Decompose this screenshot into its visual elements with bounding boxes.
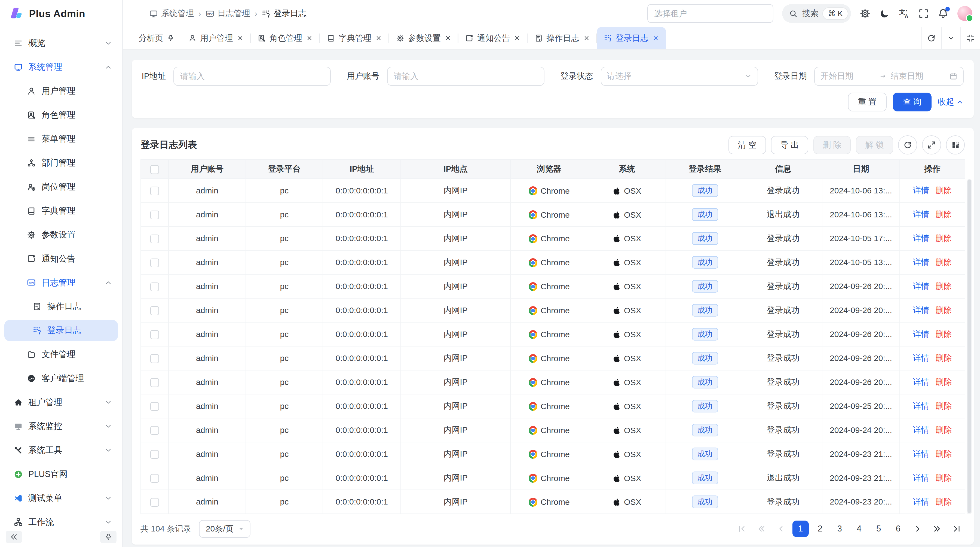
sidebar-item-dict[interactable]: 字典管理 — [4, 201, 118, 221]
sidebar-item-notice[interactable]: 通知公告 — [4, 248, 118, 269]
select-all-checkbox[interactable] — [150, 165, 159, 174]
sidebar-item-tools[interactable]: 系统工具 — [4, 440, 118, 461]
page-last-button[interactable] — [948, 521, 965, 537]
page-number-3[interactable]: 3 — [831, 521, 848, 537]
toolbar-button-0[interactable]: 清 空 — [729, 136, 766, 154]
breadcrumb-item[interactable]: DEV日志管理 — [205, 8, 250, 19]
tab-close-icon[interactable] — [445, 35, 451, 41]
page-prev-group-button[interactable] — [753, 521, 770, 537]
row-checkbox[interactable] — [150, 474, 159, 483]
tab-dict[interactable]: 字典管理 — [320, 27, 389, 49]
page-prev-button[interactable] — [773, 521, 789, 537]
delete-link[interactable]: 删除 — [935, 449, 952, 458]
detail-link[interactable]: 详情 — [913, 258, 929, 267]
filter-daterange[interactable]: 开始日期结束日期 — [814, 67, 963, 86]
sidebar-item-system[interactable]: 系统管理 — [4, 57, 118, 77]
row-checkbox[interactable] — [150, 258, 159, 267]
sidebar-item-file[interactable]: 文件管理 — [4, 344, 118, 365]
detail-link[interactable]: 详情 — [913, 210, 929, 219]
tab-close-icon[interactable] — [583, 35, 590, 41]
page-next-group-button[interactable] — [929, 521, 945, 537]
row-checkbox[interactable] — [150, 498, 159, 507]
filter-select-2[interactable]: 请选择 — [601, 67, 758, 86]
tab-loginlog[interactable]: 登录日志 — [597, 27, 666, 49]
sidebar-item-user[interactable]: 用户管理 — [4, 81, 118, 101]
tab-analysis[interactable]: 分析页 — [132, 27, 181, 49]
delete-link[interactable]: 删除 — [935, 425, 952, 434]
detail-link[interactable]: 详情 — [913, 425, 929, 434]
detail-link[interactable]: 详情 — [913, 234, 929, 243]
table-scrollbar[interactable] — [967, 179, 972, 514]
sidebar-item-plus-site[interactable]: PLUS官网 — [4, 464, 118, 485]
detail-link[interactable]: 详情 — [913, 306, 929, 315]
detail-link[interactable]: 详情 — [913, 497, 929, 506]
settings-icon[interactable] — [860, 8, 870, 19]
tabs-refresh-button[interactable] — [921, 27, 941, 49]
sidebar-item-post[interactable]: 岗位管理 — [4, 177, 118, 197]
tenant-select-input[interactable] — [648, 4, 773, 23]
collapse-filter-link[interactable]: 收起 — [938, 96, 964, 108]
tab-close-icon[interactable] — [306, 35, 313, 41]
delete-link[interactable]: 删除 — [935, 497, 952, 506]
sidebar-item-loginlog[interactable]: 登录日志 — [4, 320, 118, 341]
delete-link[interactable]: 删除 — [935, 234, 952, 243]
tabs-menu-button[interactable] — [941, 27, 961, 49]
sidebar-item-dept[interactable]: 部门管理 — [4, 153, 118, 173]
detail-link[interactable]: 详情 — [913, 186, 929, 195]
app-logo[interactable]: Plus Admin — [0, 0, 122, 28]
detail-link[interactable]: 详情 — [913, 330, 929, 339]
translate-icon[interactable]: 文A — [899, 8, 910, 19]
page-number-6[interactable]: 6 — [890, 521, 906, 537]
row-checkbox[interactable] — [150, 354, 159, 363]
row-checkbox[interactable] — [150, 330, 159, 339]
page-number-1[interactable]: 1 — [792, 521, 809, 537]
page-size-select[interactable]: 20条/页 — [199, 520, 250, 538]
toolbar-button-3[interactable]: 解 锁 — [856, 136, 893, 154]
row-checkbox[interactable] — [150, 402, 159, 411]
tab-close-icon[interactable] — [652, 35, 659, 41]
tab-close-icon[interactable] — [237, 35, 243, 41]
page-number-2[interactable]: 2 — [812, 521, 828, 537]
detail-link[interactable]: 详情 — [913, 473, 929, 482]
filter-input-0[interactable] — [173, 67, 331, 86]
tab-close-icon[interactable] — [514, 35, 520, 41]
query-button[interactable]: 查 询 — [893, 92, 932, 112]
page-number-4[interactable]: 4 — [851, 521, 867, 537]
global-search[interactable]: 搜索 ⌘ K — [782, 4, 851, 23]
detail-link[interactable]: 详情 — [913, 282, 929, 291]
row-checkbox[interactable] — [150, 187, 159, 195]
sidebar-item-log[interactable]: DEV日志管理 — [4, 272, 118, 293]
tab-oplog[interactable]: 操作日志 — [528, 27, 597, 49]
tab-notice[interactable]: 通知公告 — [458, 27, 528, 49]
menu-toggle-icon[interactable] — [131, 8, 142, 19]
detail-link[interactable]: 详情 — [913, 401, 929, 410]
page-first-button[interactable] — [734, 521, 750, 537]
delete-link[interactable]: 删除 — [935, 377, 952, 386]
detail-link[interactable]: 详情 — [913, 449, 929, 458]
page-next-button[interactable] — [910, 521, 926, 537]
sidebar-item-menu[interactable]: 菜单管理 — [4, 129, 118, 149]
breadcrumb-item[interactable]: 系统管理 — [149, 8, 194, 19]
sidebar-item-test[interactable]: 测试菜单 — [4, 488, 118, 509]
row-checkbox[interactable] — [150, 306, 159, 315]
tab-role[interactable]: 角色管理 — [251, 27, 320, 49]
detail-link[interactable]: 详情 — [913, 377, 929, 386]
content-fullscreen-button[interactable] — [960, 27, 980, 49]
delete-link[interactable]: 删除 — [935, 306, 952, 315]
delete-link[interactable]: 删除 — [935, 210, 952, 219]
delete-link[interactable]: 删除 — [935, 330, 952, 339]
tab-close-icon[interactable] — [375, 35, 382, 41]
row-checkbox[interactable] — [150, 234, 159, 243]
tab-param[interactable]: 参数设置 — [389, 27, 458, 49]
row-checkbox[interactable] — [150, 378, 159, 387]
sidebar-item-monitor[interactable]: 系统监控 — [4, 416, 118, 437]
toolbar-button-1[interactable]: 导 出 — [771, 136, 808, 154]
toolbar-button-2[interactable]: 删 除 — [813, 136, 851, 154]
fullscreen-icon[interactable] — [918, 8, 929, 19]
toolbar-maximize-button[interactable] — [922, 136, 941, 154]
sidebar-item-tenant[interactable]: 租户管理 — [4, 392, 118, 413]
breadcrumb-item[interactable]: 登录日志 — [262, 8, 306, 19]
sidebar-pin-button[interactable] — [100, 531, 116, 543]
moon-icon[interactable] — [879, 8, 890, 19]
delete-link[interactable]: 删除 — [935, 282, 952, 291]
